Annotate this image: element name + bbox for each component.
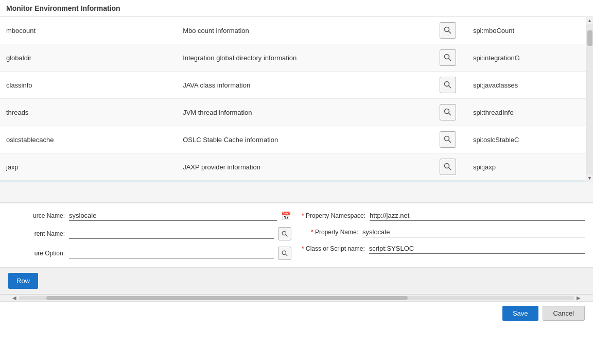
- scroll-track: [586, 24, 593, 175]
- table-cell-spi: spi:mboCount: [467, 17, 593, 44]
- vertical-scrollbar[interactable]: ▲ ▼: [586, 17, 593, 182]
- scroll-left-arrow[interactable]: ◀: [10, 295, 19, 301]
- class-script-input[interactable]: [369, 244, 585, 254]
- table-cell-desc: JVM thread information: [177, 99, 429, 126]
- form-section: urce Name: 📅 rent Name:: [0, 202, 593, 267]
- row-search-button[interactable]: [440, 104, 456, 120]
- table-cell-name: globaldir: [0, 44, 177, 72]
- row-search-button[interactable]: [440, 49, 456, 66]
- current-name-input[interactable]: [69, 229, 274, 239]
- property-namespace-label: Property Namespace:: [302, 212, 365, 219]
- table-cell-desc: JAXP provider information: [177, 153, 429, 181]
- svg-line-11: [449, 168, 451, 170]
- current-name-label: rent Name:: [8, 230, 65, 237]
- class-script-label: Class or Script name:: [302, 245, 365, 252]
- table-cell-search: [429, 181, 467, 182]
- search-icon: [282, 231, 288, 237]
- svg-point-16: [282, 251, 286, 254]
- add-row-button[interactable]: Row: [8, 273, 38, 289]
- table-cell-name: [0, 181, 177, 182]
- row-search-button[interactable]: [440, 159, 456, 175]
- page-title: Monitor Environment Information: [0, 0, 593, 17]
- table-cell-search: [429, 153, 467, 181]
- form-right-col: Property Namespace: Property Name: Class…: [302, 211, 585, 260]
- empty-area: [0, 182, 593, 202]
- source-name-row: urce Name: 📅: [8, 211, 291, 221]
- table-cell-spi: spi:threadInfo: [467, 99, 593, 126]
- table-cell-search: [429, 72, 467, 99]
- table-cell-search: [429, 99, 467, 126]
- current-name-search-button[interactable]: [278, 227, 291, 240]
- table-section: mbocountMbo count informationspi:mboCoun…: [0, 17, 593, 182]
- table-cell-spi: spi:jaxp: [467, 153, 593, 181]
- h-scroll-track: [19, 296, 574, 300]
- svg-point-2: [445, 55, 449, 59]
- row-search-button[interactable]: [440, 22, 456, 39]
- svg-line-9: [449, 141, 451, 143]
- table-cell-name: mbocount: [0, 17, 177, 44]
- table-cell-desc: [177, 181, 429, 182]
- search-icon: [444, 135, 452, 144]
- table-cell-spi: [467, 181, 593, 182]
- page-container: Monitor Environment Information mbocount…: [0, 0, 593, 364]
- property-name-input[interactable]: [362, 227, 585, 237]
- source-name-label: urce Name:: [8, 212, 65, 219]
- save-button[interactable]: Save: [502, 306, 538, 321]
- scroll-down-arrow[interactable]: ▼: [586, 175, 593, 182]
- scroll-up-arrow[interactable]: ▲: [586, 17, 593, 24]
- search-icon: [444, 108, 452, 116]
- svg-point-4: [445, 82, 449, 86]
- form-left-col: urce Name: 📅 rent Name:: [8, 211, 291, 260]
- svg-line-17: [285, 254, 287, 256]
- scroll-thumb[interactable]: [587, 30, 592, 46]
- table-cell-search: [429, 17, 467, 44]
- source-name-input[interactable]: [69, 211, 277, 221]
- search-icon: [444, 81, 452, 89]
- current-name-row: rent Name:: [8, 227, 291, 240]
- property-namespace-input[interactable]: [370, 211, 585, 221]
- table-cell-name: threads: [0, 99, 177, 126]
- measure-option-label: ure Option:: [8, 250, 65, 257]
- table-cell-desc: Mbo count information: [177, 17, 429, 44]
- property-name-label: Property Name:: [302, 229, 358, 236]
- svg-point-10: [445, 164, 449, 168]
- measure-option-search-button[interactable]: [278, 247, 291, 260]
- property-name-row: Property Name:: [302, 227, 585, 237]
- svg-line-3: [449, 59, 451, 61]
- table-cell-search: [429, 44, 467, 72]
- calendar-icon[interactable]: 📅: [281, 211, 291, 221]
- data-table: mbocountMbo count informationspi:mboCoun…: [0, 17, 593, 182]
- bottom-section: Row: [0, 267, 593, 294]
- form-grid: urce Name: 📅 rent Name:: [8, 211, 585, 260]
- row-search-button[interactable]: [440, 77, 456, 93]
- svg-point-6: [445, 109, 449, 114]
- horizontal-scrollbar: ◀ ▶: [0, 294, 593, 301]
- main-area: mbocountMbo count informationspi:mboCoun…: [0, 17, 593, 364]
- svg-line-7: [449, 113, 451, 116]
- property-namespace-row: Property Namespace:: [302, 211, 585, 221]
- class-script-row: Class or Script name:: [302, 244, 585, 254]
- row-search-button[interactable]: [440, 131, 456, 148]
- scroll-right-arrow[interactable]: ▶: [574, 295, 583, 301]
- search-icon: [444, 54, 452, 62]
- search-icon: [444, 26, 452, 34]
- search-icon-2: [282, 250, 288, 257]
- table-cell-spi: spi:oslcStableC: [467, 126, 593, 153]
- search-icon: [444, 163, 452, 171]
- table-cell-spi: spi:integrationG: [467, 44, 593, 72]
- table-cell-desc: Integration global directory information: [177, 44, 429, 72]
- svg-line-5: [449, 86, 451, 89]
- svg-line-15: [285, 234, 287, 236]
- measure-option-row: ure Option:: [8, 247, 291, 260]
- h-scroll-thumb[interactable]: [46, 296, 408, 300]
- svg-point-8: [445, 136, 449, 141]
- svg-line-1: [449, 31, 451, 34]
- table-cell-name: classinfo: [0, 72, 177, 99]
- svg-point-0: [445, 27, 449, 32]
- cancel-button[interactable]: Cancel: [543, 306, 585, 321]
- table-cell-spi: spi:javaclasses: [467, 72, 593, 99]
- measure-option-input[interactable]: [69, 248, 274, 258]
- svg-point-14: [282, 231, 286, 235]
- table-cell-name: jaxp: [0, 153, 177, 181]
- bottom-buttons: Save Cancel: [0, 301, 593, 325]
